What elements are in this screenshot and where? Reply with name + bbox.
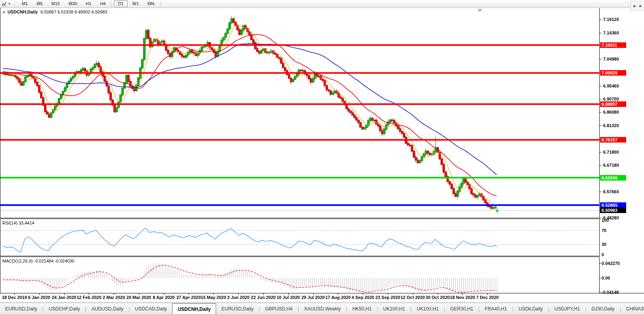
- chart-tab-eurusd-daily[interactable]: EURUSD,Daily: [216, 303, 259, 314]
- chart-tab-gbpusd-h4[interactable]: GBPUSD,H4: [260, 303, 297, 314]
- chart-symbol: USDCNH,Daily: [8, 10, 38, 14]
- date-tick-label: 24 Jan 2020: [52, 295, 77, 300]
- chart-tab-fra40-h1[interactable]: FRA40,H1: [479, 303, 512, 314]
- chart-tab-bar: EURUSD,Daily|USDCHF,Daily|AUDUSD,Daily|U…: [0, 303, 644, 314]
- chart-tab-usdchf-daily[interactable]: USDCHF,Daily: [44, 303, 85, 314]
- rsi-axis-label: 0: [602, 252, 604, 257]
- date-tick-label: 2 Mar 2020: [103, 295, 125, 300]
- price-line-label: 6.76157: [600, 137, 626, 143]
- price-tick-label: 7.14360: [603, 30, 619, 35]
- date-tick-label: 18 Dec 2019: [2, 295, 27, 300]
- rsi-label: RSI(14) 33.4414: [2, 221, 34, 225]
- collapse-triangle-icon[interactable]: ▼: [2, 11, 6, 14]
- chart-tab-audusd-daily[interactable]: AUDUSD,Daily: [86, 303, 129, 314]
- price-tick-label: 6.81320: [603, 123, 619, 128]
- timeframe-toolbar: ▼ M1M5M15M30H1H4D1W1MN: [0, 0, 644, 8]
- price-tick-label: 7.19120: [603, 17, 619, 22]
- chart-tab-usdcad-daily[interactable]: USDCAD,Daily: [130, 303, 172, 314]
- period-button-mn[interactable]: MN: [144, 0, 158, 7]
- date-tick-label: 4 Sep 2020: [352, 295, 374, 300]
- period-button-h4[interactable]: H4: [96, 0, 109, 7]
- period-buttons: M1M5M15M30H1H4D1W1MN: [17, 0, 162, 8]
- chart-tab-china300-h1[interactable]: CHINA300,H1: [621, 303, 644, 314]
- date-tick-label: 12 Feb 2020: [77, 295, 101, 300]
- date-tick-label: 17 Aug 2020: [325, 295, 351, 300]
- period-button-d1[interactable]: D1: [114, 0, 127, 7]
- price-tick-label: 6.71800: [603, 150, 619, 154]
- date-tick-label: 30 Oct 2020: [426, 295, 450, 300]
- period-button-m1[interactable]: M1: [18, 0, 32, 7]
- macd-axis-label: -0.04148: [602, 290, 619, 295]
- date-tick-label: 6 Jan 2020: [28, 295, 50, 300]
- chart-tab-usdjpy-h1[interactable]: USDJPY,H1: [549, 303, 585, 314]
- rsi-axis-label: 70: [602, 228, 606, 233]
- chart-ohlc: 6.50867 6.51928 6.49902 6.50983: [40, 10, 107, 14]
- price-line-label: 6.88897: [600, 101, 626, 107]
- price-tick-label: 6.95460: [603, 84, 619, 88]
- price-chart-canvas[interactable]: [0, 0, 644, 314]
- price-tick-label: 6.90700: [603, 97, 619, 101]
- tab-scroll-buttons: ◄ ►: [630, 0, 644, 11]
- chart-tab-xauusd-weekly[interactable]: XAUUSD,Weekly: [299, 303, 346, 314]
- charts-mode-button[interactable]: ▼: [0, 0, 12, 8]
- toolbar-separator: [160, 1, 161, 7]
- period-button-m5[interactable]: M5: [33, 0, 46, 7]
- price-line-label: 6.50983: [600, 207, 626, 213]
- rsi-axis-label: 30: [602, 242, 606, 247]
- toolbar-grip[interactable]: [14, 1, 16, 6]
- macd-axis-label: 0.00: [602, 276, 610, 280]
- date-tick-label: 22 Jun 2020: [251, 295, 276, 300]
- chart-tab-eurusd-daily[interactable]: EURUSD,Daily: [0, 303, 42, 314]
- date-tick-label: 27 Apr 2020: [176, 295, 201, 300]
- toolbar-separator: [111, 1, 112, 7]
- chart-tab-usdcnh-daily[interactable]: USDCNH,Daily: [172, 303, 216, 314]
- price-line-label: 6.52865: [600, 202, 626, 208]
- price-tick-label: 6.57660: [603, 189, 619, 194]
- chart-tab-hk50-h1[interactable]: HK50,H1: [347, 303, 377, 314]
- price-tick-label: 7.04980: [603, 57, 619, 61]
- period-button-w1[interactable]: W1: [128, 0, 143, 7]
- price-tick-label: 6.86080: [603, 110, 619, 114]
- chart-tab-dj30-daily[interactable]: DJ30,Daily: [586, 303, 620, 314]
- date-tick-label: 12 Oct 2020: [401, 295, 425, 300]
- tab-scroll-right-icon[interactable]: ►: [639, 4, 642, 8]
- date-tick-label: 29 Jul 2020: [301, 295, 325, 300]
- macd-axis-label: 0.042275: [602, 261, 620, 266]
- chart-tab-usoil-daily[interactable]: USOil,Daily: [514, 303, 548, 314]
- chart-tab-uk100-h1[interactable]: UK100,H1: [412, 303, 444, 314]
- date-tick-label: 3 Jun 2020: [227, 295, 249, 300]
- period-button-m15[interactable]: M15: [48, 0, 64, 7]
- dropdown-caret-icon[interactable]: ▼: [8, 2, 11, 5]
- period-button-h1[interactable]: H1: [82, 0, 95, 7]
- rsi-axis-label: 100: [602, 218, 609, 223]
- date-tick-label: 10 Jul 2020: [276, 295, 300, 300]
- date-tick-label: 23 Sep 2020: [376, 295, 401, 300]
- date-tick-label: 20 Mar 2020: [126, 295, 151, 300]
- chart-title: ▼USDCNH,Daily6.50867 6.51928 6.49902 6.5…: [2, 10, 107, 14]
- price-line-label: 7.10011: [600, 42, 626, 48]
- price-line-label: 6.62646: [600, 175, 626, 181]
- date-tick-label: 18 Nov 2020: [450, 295, 475, 300]
- price-tick-label: 6.67180: [603, 163, 619, 167]
- date-tick-label: 7 Dec 2020: [476, 295, 499, 300]
- chart-shift-marker-icon[interactable]: [477, 9, 482, 12]
- chart-tab-ger30-h1[interactable]: GER30,H1: [445, 303, 478, 314]
- date-tick-label: 8 Apr 2020: [153, 295, 174, 300]
- tab-scroll-left-icon[interactable]: ◄: [632, 4, 636, 8]
- price-line-label: 7.00029: [600, 70, 626, 76]
- chart-tab-uk100-h1[interactable]: UK100,H1: [378, 303, 410, 314]
- macd-label: MACD(12,26,9) -0.021484 -0.024030: [2, 259, 75, 263]
- chart-mode-icon: [2, 2, 7, 6]
- period-button-m30[interactable]: M30: [65, 0, 81, 7]
- date-tick-label: 15 May 2020: [201, 295, 226, 300]
